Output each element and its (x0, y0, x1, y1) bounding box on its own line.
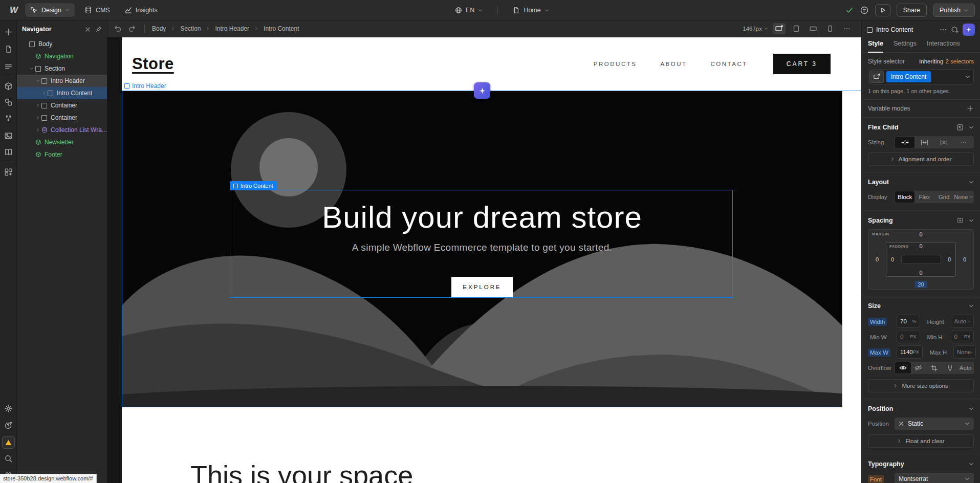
style-selector-field[interactable]: Intro Content (868, 69, 974, 84)
explore-button[interactable]: EXPLORE (451, 277, 513, 297)
canvas-width-control[interactable]: 1467px (743, 26, 768, 32)
libraries-icon[interactable] (0, 148, 17, 157)
apps-icon[interactable] (0, 168, 17, 177)
tab-interactions[interactable]: Interactions (927, 39, 960, 52)
sizing-more-icon[interactable] (954, 137, 973, 148)
create-component-icon[interactable] (951, 26, 959, 34)
pin-icon[interactable] (96, 26, 102, 32)
navigator-item-intro-content[interactable]: Intro Content (17, 87, 107, 99)
breakpoint-phone-portrait-icon[interactable] (824, 23, 836, 34)
breakpoint-tablet-icon[interactable] (790, 23, 802, 34)
margin-left-value[interactable]: 0 (876, 256, 879, 262)
height-unit[interactable]: - (969, 319, 970, 324)
chevron-down-icon[interactable] (969, 303, 974, 309)
max-height-label[interactable]: Max H (925, 347, 951, 357)
preview-button[interactable] (875, 4, 890, 16)
float-clear-button[interactable]: Float and clear (868, 434, 974, 448)
chevron-right-icon[interactable] (40, 91, 48, 95)
font-label[interactable]: Font (868, 474, 895, 483)
display-flex-option[interactable]: Flex (914, 191, 934, 203)
search-icon[interactable] (0, 454, 17, 463)
locale-switcher[interactable]: EN (450, 4, 487, 17)
next-section-heading[interactable]: This is your space (190, 459, 413, 483)
chevron-down-icon[interactable] (34, 79, 41, 83)
tab-style[interactable]: Style (868, 39, 883, 52)
min-height-unit[interactable]: PX (964, 334, 970, 339)
max-width-unit[interactable]: PX (913, 349, 919, 355)
navigator-item-footer[interactable]: Footer (17, 148, 107, 161)
overflow-visible-eye-icon[interactable] (895, 362, 911, 374)
chevron-down-icon[interactable] (969, 406, 974, 411)
style-panel-icon[interactable] (0, 98, 17, 106)
more-options-icon[interactable] (939, 26, 947, 34)
insights-button[interactable]: Insights (120, 3, 162, 17)
chevron-right-icon[interactable] (34, 103, 41, 107)
variables-drops-icon[interactable] (0, 114, 17, 123)
chevron-down-icon[interactable] (969, 125, 974, 130)
more-breakpoints-icon[interactable] (841, 23, 853, 34)
help-icon[interactable] (0, 421, 17, 430)
navigator-item-intro-header[interactable]: Intro Header (17, 75, 107, 87)
breadcrumb-item[interactable]: Intro Header (215, 25, 249, 32)
intro-header-canvas-label[interactable]: Intro Header (124, 81, 166, 91)
breakpoint-phone-landscape-icon[interactable] (807, 23, 819, 34)
overflow-auto-option[interactable]: Auto (957, 362, 973, 374)
add-variable-mode-icon[interactable] (967, 105, 974, 112)
redo-icon[interactable] (128, 25, 136, 33)
hero-heading[interactable]: Build your dream store (122, 200, 842, 235)
width-input[interactable]: 70% (897, 315, 920, 328)
site-page[interactable]: Store PRODUCTS ABOUT CONTACT CART 3 (122, 37, 861, 483)
chevron-down-icon[interactable] (969, 462, 974, 467)
site-nav-link-contact[interactable]: CONTACT (711, 61, 748, 67)
webflow-logo[interactable]: W (7, 5, 20, 15)
navigator-item-container-1[interactable]: Container (17, 99, 107, 112)
min-width-unit[interactable]: PX (910, 334, 916, 339)
display-grid-option[interactable]: Grid (934, 191, 954, 203)
position-dropdown[interactable]: Static (895, 418, 974, 430)
navigator-panel-icon[interactable] (0, 62, 17, 71)
overflow-scroll-icon[interactable] (942, 362, 958, 374)
settings-gear-icon[interactable] (0, 404, 17, 413)
chevron-down-icon[interactable] (28, 67, 35, 71)
display-none-option[interactable]: None (954, 191, 973, 203)
margin-bottom-value[interactable]: 20 (914, 281, 927, 288)
display-block-option[interactable]: Block (895, 191, 914, 203)
spacing-settings-icon[interactable] (956, 217, 964, 224)
height-label[interactable]: Height (922, 317, 949, 326)
design-mode-button[interactable]: Design (25, 3, 75, 17)
hero-subtitle[interactable]: A simple Webflow Ecommerce template to g… (122, 242, 842, 253)
chevron-right-icon[interactable] (34, 116, 41, 120)
min-height-input[interactable]: 0PX (951, 330, 974, 343)
breakpoint-desktop-icon[interactable] (773, 23, 786, 34)
max-height-unit[interactable]: - (971, 349, 972, 355)
ai-panel-button[interactable] (963, 24, 975, 36)
margin-top-value[interactable]: 0 (919, 231, 922, 237)
overflow-clip-icon[interactable] (926, 362, 942, 374)
alignment-order-button[interactable]: Alignment and order (868, 152, 974, 166)
publish-button[interactable]: Publish (933, 4, 975, 17)
share-button[interactable]: Share (897, 4, 927, 17)
site-logo[interactable]: Store (132, 55, 174, 73)
chevron-right-icon[interactable] (34, 128, 41, 132)
padding-top-value[interactable]: 0 (919, 243, 922, 249)
add-elements-icon[interactable] (0, 28, 17, 36)
cms-button[interactable]: CMS (80, 3, 115, 17)
min-height-label[interactable]: Min H (922, 332, 949, 341)
height-input[interactable]: Auto- (951, 315, 974, 328)
cart-button[interactable]: CART 3 (773, 54, 831, 74)
inherited-selectors-link[interactable]: 2 selectors (945, 58, 974, 64)
breadcrumb-item[interactable]: Body (152, 25, 166, 32)
width-unit[interactable]: % (912, 319, 916, 324)
font-dropdown[interactable]: Montserrat (895, 473, 974, 483)
navigator-item-navigation[interactable]: Navigation (17, 50, 107, 62)
flex-child-align-icon[interactable] (956, 124, 964, 131)
components-icon[interactable] (0, 82, 17, 91)
padding-bottom-value[interactable]: 0 (919, 270, 922, 276)
navigator-item-newsletter[interactable]: Newsletter (17, 136, 107, 148)
navigator-item-collection-list[interactable]: Collection List Wra... (17, 124, 107, 136)
comments-icon[interactable] (860, 6, 869, 15)
min-width-input[interactable]: 0PX (897, 330, 920, 343)
intro-content-selection-badge[interactable]: Intro Content (230, 181, 277, 190)
upgrade-warning-button[interactable] (2, 436, 15, 449)
breadcrumb-item[interactable]: Intro Content (264, 25, 299, 32)
